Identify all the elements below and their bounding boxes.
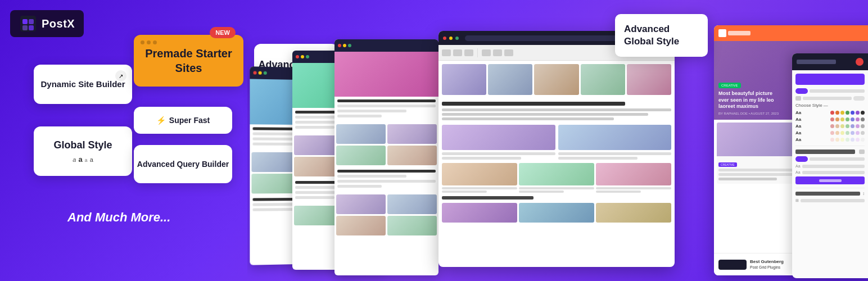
postx-headline: Most beautyful pictureever seen in my li… (718, 90, 779, 110)
toggle-label-2 (810, 157, 865, 161)
heading-typography-row: Aa (795, 170, 865, 174)
svg-rect-2 (29, 19, 34, 24)
aa-row-3: Aa (795, 124, 865, 129)
mini-grid-3b (334, 193, 438, 237)
wp-editor-panel (438, 31, 675, 267)
toggle-label-1 (810, 89, 865, 93)
svg-rect-4 (29, 25, 34, 30)
typography-section: Aa Aa (795, 146, 865, 184)
premade-label: Premade Starter Sites (134, 46, 243, 75)
panel-content-3 (334, 97, 438, 123)
postx-logo-icon (19, 15, 37, 33)
typography-header-row (795, 149, 865, 154)
postx-bottom-logo (718, 260, 747, 270)
font-preview: a a a a (73, 155, 93, 164)
wp-grid-row2 (438, 163, 675, 193)
panel-content-3b (334, 167, 438, 193)
postx-featured-text: CREATIVE Most beautyful pictureever seen… (718, 79, 779, 115)
body-typography-row: Aa (795, 164, 865, 168)
window-dots (141, 40, 157, 44)
logo-area: PostX (10, 10, 84, 37)
blog-panel-3 (334, 39, 438, 275)
superfast-label: Super Fast (169, 115, 210, 125)
override-typography-toggle (795, 156, 865, 162)
wp-2col (442, 125, 671, 160)
add-item-button[interactable] (795, 176, 865, 184)
arrow-icon: ↗ (115, 70, 126, 81)
postx-logo-box (718, 29, 726, 37)
editor-width-section: ↕ ⊞ (795, 188, 865, 203)
card-global-style[interactable]: Global Style a a a a (34, 126, 132, 176)
settings-close (856, 58, 864, 66)
svg-rect-1 (22, 19, 28, 24)
override-theme-toggle (795, 88, 865, 94)
aa-row-2: Aa (795, 117, 865, 122)
global-label: Global Style (53, 139, 112, 152)
settings-header (792, 53, 868, 70)
card-premade-sites[interactable]: NEW Premade Starter Sites (134, 35, 243, 87)
postx-logo-area (718, 29, 751, 37)
new-badge: NEW (210, 27, 236, 38)
aa-row-1: Aa (795, 110, 865, 115)
postx-category-tag: CREATIVE (718, 83, 741, 88)
save-changes-button[interactable] (795, 74, 865, 85)
wp-recent (438, 193, 675, 226)
advanced-global-title: Advanced Global Style (624, 23, 699, 48)
font-size-options: Choose Style — Aa Aa (795, 103, 865, 142)
aa-row-5: Aa (795, 137, 865, 142)
logo-text: PostX (42, 17, 75, 30)
postx-meta: BY RAPHAEL DOE • AUGUST 27, 2023 (718, 112, 779, 115)
dynamic-label: Dynamic Site Builder (40, 79, 125, 90)
lightning-icon: ⚡ (156, 116, 166, 125)
toggle-switch-1 (795, 88, 808, 94)
postx-brand (728, 31, 751, 35)
mini-grid-3 (334, 123, 438, 167)
light-mode-row (795, 96, 865, 101)
settings-body: Choose Style — Aa Aa (792, 70, 868, 209)
toggle-switch-2 (795, 156, 808, 162)
breakpoints-row: ⊞ (795, 198, 865, 203)
postx-settings-panel: Choose Style — Aa Aa (792, 53, 868, 278)
panel-hero-3 (334, 52, 438, 97)
svg-rect-3 (22, 25, 28, 30)
card-super-fast[interactable]: ⚡ Super Fast (134, 107, 232, 134)
wp-article (438, 98, 675, 163)
screenshots-area: CREATIVE Most beautyful pictureever seen… (247, 0, 868, 281)
editor-width-header: ↕ (795, 191, 865, 196)
query-label: Advanced Query Builder (137, 159, 229, 169)
card-dynamic-site-builder[interactable]: ↗ Dynamic Site Builder (34, 65, 132, 104)
panel-header-3 (334, 39, 438, 52)
postx-header (714, 25, 868, 41)
aa-row-4: Aa (795, 130, 865, 135)
advanced-global-style-card: Advanced Global Style (615, 14, 708, 57)
and-more-text: And Much More... (67, 210, 170, 225)
settings-title-bar (797, 60, 836, 64)
wp-content-grid (438, 61, 675, 98)
card-query-builder[interactable]: Advanced Query Builder (134, 145, 232, 183)
